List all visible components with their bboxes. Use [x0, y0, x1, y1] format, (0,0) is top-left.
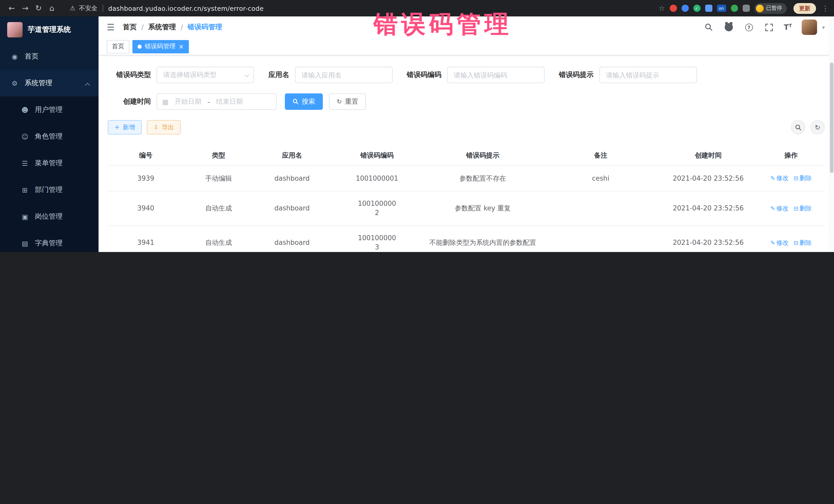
chevron-up-icon: [86, 79, 89, 87]
puzzle-icon[interactable]: [742, 5, 750, 12]
col-header-actions: 操作: [757, 146, 825, 166]
table-row: 3939 手动编辑 dashboard 1001000001 参数配置不存在 c…: [108, 166, 825, 191]
sidebar-item-users[interactable]: ☻ 用户管理: [0, 96, 98, 123]
table-header-row: 编号 类型 应用名 错误码编码 错误码提示 备注 创建时间 操作: [108, 146, 825, 166]
page-content: 错误码类型 请选择错误码类型 应用名 错误码编码: [98, 56, 834, 252]
screen: ← → ↻ ⌂ ⚠ 不安全 dashboard.yudao.iocoder.cn…: [0, 0, 834, 252]
col-header-memo: 备注: [542, 146, 659, 166]
add-button[interactable]: + 新增: [108, 120, 142, 134]
extension-grid-icon[interactable]: [705, 5, 712, 12]
forward-icon[interactable]: →: [19, 2, 32, 15]
users-icon: ☺: [21, 133, 29, 140]
extension-blue-icon[interactable]: [681, 5, 688, 12]
edit-icon: ✎: [770, 205, 775, 212]
error-code-label: 错误码编码: [407, 70, 441, 80]
warning-icon: ⚠: [70, 5, 75, 12]
browser-menu-icon[interactable]: ⋮: [822, 4, 829, 12]
date-range-picker[interactable]: ▦ 开始日期 - 结束日期: [156, 93, 277, 110]
sidebar-item-label: 系统管理: [25, 79, 52, 88]
refresh-icon: ↻: [337, 98, 342, 105]
sidebar-item-label: 角色管理: [35, 132, 63, 141]
reset-button[interactable]: ↻ 重置: [329, 93, 366, 110]
edit-link[interactable]: ✎修改: [770, 204, 788, 212]
close-icon[interactable]: ×: [179, 43, 184, 50]
sidebar-item-menus[interactable]: ☰ 菜单管理: [0, 150, 98, 177]
show-search-button[interactable]: [791, 120, 805, 134]
col-header-code: 错误码编码: [331, 146, 423, 166]
col-header-type: 类型: [184, 146, 253, 166]
refresh-button[interactable]: ↻: [810, 120, 825, 134]
delete-link[interactable]: ⊟删除: [794, 175, 812, 182]
profile-avatar-icon: [756, 4, 764, 12]
breadcrumb: 首页 / 系统管理 / 错误码管理: [123, 23, 222, 32]
delete-link[interactable]: ⊟删除: [794, 239, 812, 246]
col-header-msg: 错误码提示: [423, 146, 542, 166]
sidebar-item-system[interactable]: ⚙ 系统管理: [0, 70, 98, 96]
chevron-down-icon: [245, 73, 249, 77]
user-icon: ☻: [21, 106, 29, 114]
sidebar-item-dictionary[interactable]: ▤ 字典管理: [0, 230, 98, 252]
search-icon[interactable]: [704, 22, 714, 32]
bookmark-star-icon[interactable]: ☆: [658, 4, 665, 12]
edit-link[interactable]: ✎修改: [770, 175, 788, 182]
error-code-input[interactable]: [447, 67, 545, 83]
sidebar-item-home[interactable]: ◉ 首页: [0, 43, 98, 70]
browser-extensions: ☆ ✓ on 已暂停 更新 ⋮: [658, 3, 829, 14]
app-title: 芋道管理系统: [28, 25, 71, 35]
extension-green-check-icon[interactable]: ✓: [693, 5, 700, 12]
browser-update-button[interactable]: 更新: [793, 3, 816, 14]
profile-badge[interactable]: 已暂停: [754, 3, 787, 14]
table-row: 3940 自动生成 dashboard 1001000002 参数配置 key …: [108, 191, 825, 225]
filter-row-1: 错误码类型 请选择错误码类型 应用名 错误码编码: [108, 67, 825, 83]
edit-icon: ✎: [770, 175, 775, 182]
sidebar-item-roles[interactable]: ☺ 角色管理: [0, 123, 98, 150]
tags-view-bar: 首页 错误码管理 ×: [98, 38, 834, 56]
fullscreen-icon[interactable]: [764, 22, 774, 32]
edit-icon: ✎: [770, 239, 775, 246]
error-code-table: 编号 类型 应用名 错误码编码 错误码提示 备注 创建时间 操作 3939: [108, 146, 825, 252]
error-msg-label: 错误码提示: [559, 70, 594, 80]
scrollbar-thumb[interactable]: [830, 63, 833, 173]
export-button[interactable]: ⇩ 导出: [147, 120, 181, 134]
tag-error-code[interactable]: 错误码管理 ×: [132, 40, 189, 53]
tag-home[interactable]: 首页: [107, 40, 129, 53]
sidebar-item-label: 首页: [25, 52, 39, 61]
error-msg-input[interactable]: [599, 67, 697, 83]
scrollbar-track[interactable]: [829, 17, 834, 252]
app-name-label: 应用名: [268, 70, 289, 80]
download-icon: ⇩: [153, 124, 159, 131]
start-date-placeholder: 开始日期: [175, 97, 201, 106]
search-button[interactable]: 搜索: [285, 93, 323, 110]
navbar-actions: ? TT ▾: [704, 20, 825, 35]
help-icon[interactable]: ?: [744, 22, 754, 32]
reload-icon[interactable]: ↻: [32, 2, 45, 15]
avatar[interactable]: [802, 20, 817, 35]
post-badge-icon: ▣: [21, 213, 29, 220]
dashboard-icon: ◉: [10, 52, 19, 60]
back-icon[interactable]: ←: [5, 2, 19, 15]
app-name-input[interactable]: [295, 67, 392, 83]
create-time-label: 创建时间: [108, 97, 151, 106]
profile-badge-label: 已暂停: [766, 5, 782, 12]
address-bar[interactable]: ⚠ 不安全 dashboard.yudao.iocoder.cn/system/…: [70, 4, 653, 13]
extension-on-badge[interactable]: on: [717, 5, 726, 12]
edit-link[interactable]: ✎修改: [770, 239, 788, 246]
chevron-down-icon[interactable]: ▾: [822, 24, 825, 30]
extension-leaf-icon[interactable]: [730, 5, 738, 12]
home-icon[interactable]: ⌂: [45, 2, 59, 15]
table-toolbar: + 新增 ⇩ 导出 ↻: [108, 120, 825, 134]
delete-link[interactable]: ⊟删除: [794, 204, 812, 212]
hamburger-icon[interactable]: ☰: [107, 22, 115, 32]
breadcrumb-separator: /: [181, 23, 183, 31]
error-type-select[interactable]: 请选择错误码类型: [156, 67, 254, 83]
breadcrumb-home[interactable]: 首页: [123, 23, 137, 32]
extension-red-icon[interactable]: [670, 5, 677, 12]
plus-icon: +: [114, 124, 119, 131]
font-size-icon[interactable]: TT: [784, 24, 792, 31]
sidebar-item-label: 部门管理: [35, 185, 63, 195]
sidebar-item-posts[interactable]: ▣ 岗位管理: [0, 203, 98, 230]
dictionary-icon: ▤: [21, 239, 29, 247]
github-icon[interactable]: [724, 22, 734, 32]
sidebar-item-departments[interactable]: ⊞ 部门管理: [0, 177, 98, 203]
col-header-time: 创建时间: [659, 146, 758, 166]
